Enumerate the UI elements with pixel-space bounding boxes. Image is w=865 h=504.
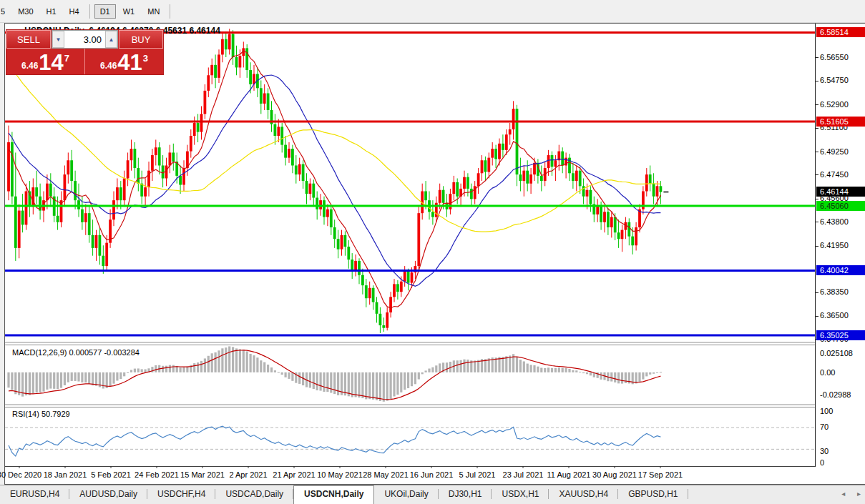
buy-price-pips: 41: [117, 52, 142, 74]
toolbar-separator: [170, 4, 170, 19]
volume-increase-button[interactable]: ▲: [105, 31, 117, 48]
macd-indicator-label: MACD(12,26,9) 0.000577 -0.003284: [12, 348, 140, 357]
price-chart-canvas[interactable]: [5, 24, 815, 468]
toolbar-separator: [89, 4, 90, 19]
buy-price-point: 3: [143, 53, 148, 64]
tab-usdx-h1[interactable]: USDX,H1: [492, 485, 549, 504]
timeframe-toolbar: 5M30H1H4D1W1MN: [0, 0, 865, 23]
tab-eurusd-h4[interactable]: EURUSD,H4: [0, 485, 69, 504]
sell-price-base: 6.46: [21, 61, 38, 71]
one-click-trading-panel: SELL ▼ ▲ BUY 6.46 14 7 6.46 41 3: [6, 30, 163, 74]
buy-price-base: 6.46: [100, 61, 117, 71]
buy-button[interactable]: BUY: [119, 30, 163, 49]
timeframe-button-w1[interactable]: W1: [117, 4, 141, 19]
tab-usdcnh-daily[interactable]: USDCNH,Daily: [293, 485, 374, 504]
tab-usdchf-h4[interactable]: USDCHF,H4: [147, 485, 215, 504]
sell-price-point: 7: [64, 53, 69, 64]
timeframe-button-h4[interactable]: H4: [64, 4, 85, 19]
tab-usdcad-daily[interactable]: USDCAD,Daily: [215, 485, 293, 504]
tab-scroll-right-button[interactable]: ▸: [857, 490, 861, 498]
volume-decrease-button[interactable]: ▼: [52, 31, 64, 48]
tab-gbpusd-h1[interactable]: GBPUSD,H1: [618, 485, 688, 504]
candlesticks: [7, 29, 662, 333]
sell-price-pips: 14: [39, 52, 63, 74]
timeframe-button-m5[interactable]: 5: [0, 4, 11, 19]
timeframe-button-m30[interactable]: M30: [12, 4, 39, 19]
timeframe-button-d1[interactable]: D1: [94, 4, 116, 19]
timeframe-button-mn[interactable]: MN: [142, 4, 165, 19]
volume-input[interactable]: [64, 31, 105, 48]
buy-price-display[interactable]: 6.46 41 3: [85, 49, 163, 74]
sell-price-display[interactable]: 6.46 14 7: [6, 49, 85, 74]
rsi-indicator-label: RSI(14) 50.7929: [12, 410, 70, 418]
timeframe-button-h1[interactable]: H1: [41, 4, 62, 19]
tab-xauusd-h4[interactable]: XAUUSD,H4: [549, 485, 618, 504]
tab-dj30-h1[interactable]: DJ30,H1: [439, 485, 492, 504]
tab-scroll-left-button[interactable]: ◂: [841, 490, 845, 498]
chart-tab-bar: EURUSD,H4AUDUSD,DailyUSDCHF,H4USDCAD,Dai…: [0, 485, 865, 504]
tab-audusd-daily[interactable]: AUDUSD,Daily: [69, 485, 147, 504]
tab-ukoil-daily[interactable]: UKOil,Daily: [374, 485, 438, 504]
rsi-line: [9, 426, 660, 456]
sell-button[interactable]: SELL: [6, 30, 51, 49]
